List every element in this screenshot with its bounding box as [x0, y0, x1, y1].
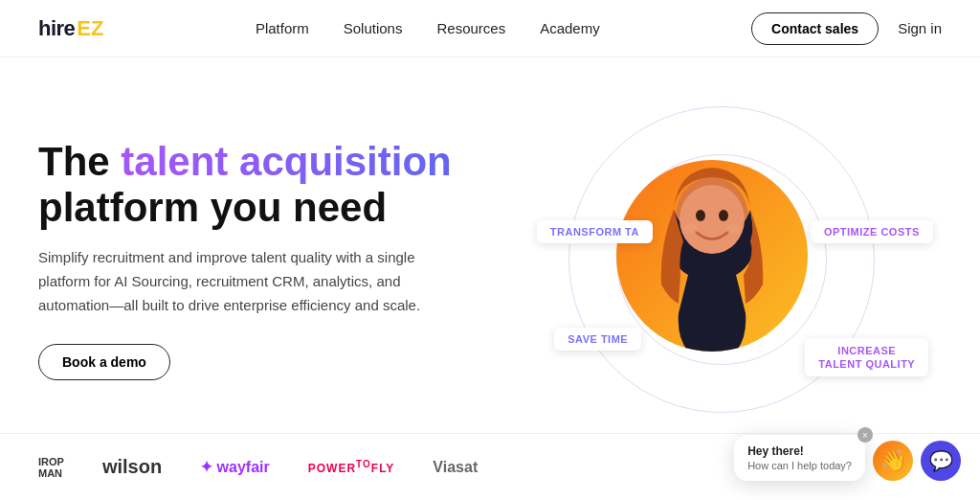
hero-graphic: TRANSFORM TA OPTIMIZE COSTS SAVE TIME IN… — [501, 97, 942, 422]
hero-title-suffix: platform you need — [38, 185, 387, 230]
chat-open-button[interactable]: 💬 — [921, 441, 961, 481]
logo-iropman: IROPMAN — [38, 456, 64, 479]
chat-bubble: × Hey there! How can I help today? — [734, 435, 865, 481]
signin-button[interactable]: Sign in — [898, 20, 942, 36]
hero-left: The talent acquisition platform you need… — [38, 139, 452, 381]
label-transform-ta: TRANSFORM TA — [537, 220, 653, 243]
chat-widget: × Hey there! How can I help today? 👋 💬 — [734, 435, 961, 481]
nav-link-solutions[interactable]: Solutions — [344, 20, 403, 36]
chat-avatar-icon: 👋 — [880, 448, 906, 473]
logo[interactable]: hireEZ — [38, 16, 103, 41]
nav-link-academy[interactable]: Academy — [540, 20, 600, 36]
chat-close-button[interactable]: × — [858, 427, 873, 443]
svg-point-5 — [725, 224, 741, 234]
person-circle — [616, 160, 808, 352]
hero-title-highlight: talent acquisition — [121, 139, 451, 184]
hero-title-prefix: The — [38, 139, 121, 184]
chat-bubble-subtitle: How can I help today? — [747, 460, 852, 471]
nav-link-resources[interactable]: Resources — [436, 20, 505, 36]
label-optimize-costs: OPTIMIZE COSTS — [811, 220, 933, 243]
nav-link-platform[interactable]: Platform — [256, 20, 309, 36]
svg-point-3 — [719, 210, 728, 221]
hero-title: The talent acquisition platform you need — [38, 139, 452, 232]
nav-links: Platform Solutions Resources Academy — [256, 20, 600, 36]
hero-description: Simplify recruitment and improve talent … — [38, 246, 421, 317]
logo-wilson: wilson — [102, 456, 162, 478]
svg-point-1 — [679, 185, 745, 254]
chat-avatar: 👋 — [873, 441, 913, 481]
navbar: hireEZ Platform Solutions Resources Acad… — [0, 0, 980, 57]
logo-hire-text: hire — [38, 16, 75, 41]
book-demo-button[interactable]: Book a demo — [38, 344, 170, 380]
nav-right: Contact sales Sign in — [751, 12, 942, 45]
hero-section: The talent acquisition platform you need… — [0, 57, 980, 433]
chat-message-icon: 💬 — [929, 449, 953, 472]
logo-wayfair: wayfair — [200, 458, 270, 476]
label-increase-talent-quality: INCREASETALENT QUALITY — [805, 338, 928, 377]
logo-viasat: Viasat — [433, 459, 478, 476]
contact-sales-button[interactable]: Contact sales — [751, 12, 879, 45]
logo-powertofly: POWERTOFLY — [308, 459, 395, 475]
chat-bubble-title: Hey there! — [747, 444, 852, 458]
logo-ez-text: EZ — [77, 16, 103, 41]
svg-point-4 — [683, 224, 699, 234]
svg-point-2 — [696, 210, 705, 221]
label-save-time: SAVE TIME — [554, 328, 641, 351]
